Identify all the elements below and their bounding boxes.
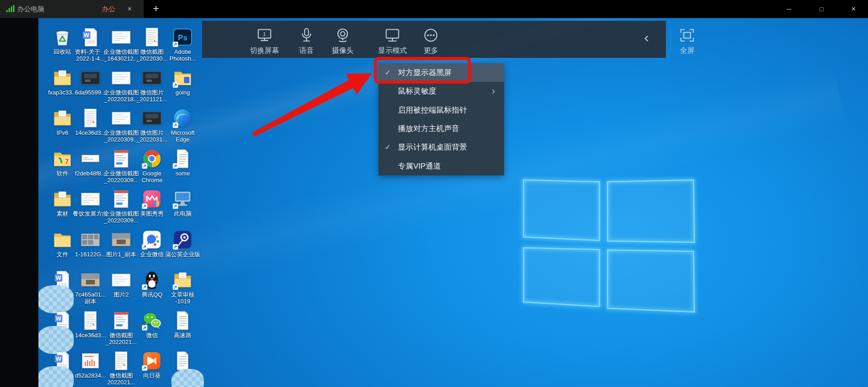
img-light-icon: [111, 27, 131, 47]
toolbar-divider: [670, 26, 671, 52]
desktop-icon[interactable]: PsAdobe Photosh...: [164, 27, 201, 62]
check-icon: ✓: [385, 143, 396, 151]
desktop-icon-label: going: [164, 89, 201, 96]
menu-item-label: 对方显示器黑屏: [398, 67, 452, 78]
desktop-icon[interactable]: 高速路: [164, 311, 201, 339]
doc-image-icon: [111, 351, 131, 371]
desktop-icon[interactable]: some: [164, 149, 201, 177]
title-tab-bar: 办公电脑 办公 × + ─ □ ×: [0, 0, 868, 18]
menu-item[interactable]: ✓对方显示器黑屏: [378, 63, 504, 82]
qq-icon: [142, 270, 162, 290]
menu-item[interactable]: ✓显示计算机桌面背景: [378, 138, 504, 156]
check-icon: ✓: [385, 68, 396, 77]
shortcut-arrow-overlay: [142, 163, 147, 169]
ellipsis-circle-icon: [423, 27, 439, 43]
img-light-icon: [111, 270, 131, 290]
toolbar-button-voice[interactable]: 语音: [298, 27, 315, 56]
folder-app-icon: [173, 68, 193, 88]
menu-item-label: 启用被控端鼠标指针: [398, 105, 467, 115]
desktop-icon[interactable]: [164, 351, 201, 372]
tab-strip: 办公电脑 办公 ×: [0, 0, 144, 18]
desktop-icon-label: 文章审核 -1019: [164, 291, 201, 305]
recycle-icon: [52, 27, 72, 47]
webcam-icon: [335, 27, 351, 43]
shortcut-arrow-overlay: [173, 203, 178, 209]
toolbar-button-label: 更多: [424, 46, 438, 56]
menu-item[interactable]: 启用被控端鼠标指针: [378, 101, 504, 119]
folder-soft-icon: 7: [52, 149, 72, 169]
monitor-1-icon: 1: [256, 27, 273, 43]
screenshot-doc-icon: [111, 311, 131, 330]
desktop-icon[interactable]: 文章审核 -1019: [164, 270, 201, 305]
doc-image-icon: [80, 311, 100, 330]
toolbar-button-label: 摄像头: [332, 46, 354, 56]
toolbar-button-more[interactable]: 更多: [423, 27, 439, 56]
doc-image-icon: [142, 27, 162, 47]
svg-text:1: 1: [263, 31, 266, 37]
desktop-icon-label: some: [164, 170, 201, 177]
desktop-icon-label: 高速路: [164, 332, 201, 339]
img-dark-icon: [142, 68, 162, 88]
shortcut-arrow-overlay: [142, 284, 147, 290]
desktop-icon-label: Microsoft Edge: [164, 129, 201, 143]
img-dark-icon: [142, 108, 162, 128]
desktop-icon[interactable]: 蒲公英企业版: [164, 230, 201, 258]
meitu-icon: [142, 189, 162, 209]
menu-item[interactable]: 专属VIP通道: [378, 157, 504, 175]
menu-item[interactable]: 鼠标灵敏度›: [378, 82, 504, 100]
shortcut-arrow-overlay: [173, 82, 178, 88]
window-minimize-button[interactable]: ─: [779, 0, 799, 18]
window-maximize-button[interactable]: □: [811, 0, 831, 18]
page-lines-icon: [173, 351, 193, 371]
svg-text:W: W: [56, 274, 61, 281]
chrome-icon: [142, 149, 162, 169]
desktop-icon-label: 此电脑: [164, 210, 201, 217]
img-light-icon: [111, 68, 131, 88]
img-light-icon: [111, 108, 131, 128]
desktop-icon-label: 向日葵: [133, 372, 170, 379]
folder-icon: [52, 230, 72, 250]
sunlogin-icon: [142, 351, 162, 371]
window-close-button[interactable]: ×: [844, 0, 863, 18]
doc-image-icon: [80, 108, 100, 128]
new-tab-button[interactable]: +: [149, 0, 163, 18]
svg-text:Ps: Ps: [178, 33, 188, 42]
connection-signal-icon: [6, 5, 14, 13]
censor-mosaic: [38, 285, 74, 313]
session-tab[interactable]: 办公: [102, 0, 115, 18]
windows-logo: [518, 176, 703, 319]
desktop-icon[interactable]: Microsoft Edge: [164, 108, 201, 143]
toolbar-button-camera[interactable]: 摄像头: [332, 27, 354, 56]
toolbar-button-label: 显示模式: [378, 46, 407, 56]
folder-doc-icon: [52, 189, 72, 209]
desktop-icon[interactable]: going: [164, 68, 201, 96]
tab-close-icon[interactable]: ×: [125, 0, 134, 18]
shortcut-arrow-overlay: [142, 244, 147, 250]
monitor-icon: [384, 27, 401, 43]
folder-doc-icon: [52, 108, 72, 128]
microphone-icon: [298, 27, 315, 43]
img-dark-icon: [80, 68, 100, 88]
fullscreen-icon: [679, 27, 695, 43]
snippet-icon: [80, 149, 100, 169]
shortcut-arrow-overlay: [142, 203, 147, 209]
remote-desktop-app-window: { "window": { "title": "办公电脑", "tab": { …: [0, 0, 868, 387]
desktop-icon-label: 蒲公英企业版: [164, 251, 201, 258]
menu-item-label: 鼠标灵敏度: [398, 86, 436, 96]
toolbar-button-switch-screen[interactable]: 1切换屏幕: [250, 27, 279, 56]
toolbar-button-display-mode[interactable]: 显示模式: [378, 27, 407, 56]
toolbar-collapse-button[interactable]: ‹: [644, 31, 649, 44]
menu-item-label: 专属VIP通道: [398, 161, 441, 171]
desktop-icon[interactable]: 此电脑: [164, 189, 201, 217]
svg-text:W: W: [84, 32, 90, 38]
remote-desktop-viewport: 回收站W资料-关于（ 2022-1-4...企业微信截图 _16430212..…: [38, 18, 868, 387]
page-lines-icon: [173, 311, 193, 330]
shortcut-arrow-overlay: [173, 42, 178, 47]
screenshot-doc-icon: [111, 149, 131, 169]
shortcut-arrow-overlay: [173, 163, 178, 169]
fullscreen-button[interactable]: 全屏: [679, 27, 695, 56]
toolbar-button-label: 语音: [299, 46, 314, 56]
pc-icon: [173, 189, 193, 209]
edge-icon: [173, 108, 193, 128]
menu-item[interactable]: 播放对方主机声音: [378, 119, 504, 138]
